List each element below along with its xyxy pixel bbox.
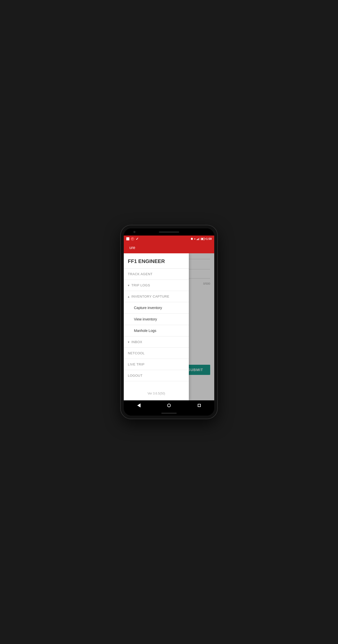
menu-item-label-inventory-capture: INVENTORY CAPTURE bbox=[131, 295, 169, 298]
signal-icon bbox=[197, 238, 199, 240]
menu-item-inbox[interactable]: ▾ INBOX bbox=[124, 336, 189, 348]
menu-item-live-trip[interactable]: LIVE TRIP bbox=[124, 359, 189, 370]
nav-bar bbox=[124, 400, 214, 411]
nav-drawer: FF1 ENGINEER TRACK AGENT ▾ TRIP LOGS bbox=[124, 253, 189, 400]
menu-item-label-live-trip: LIVE TRIP bbox=[128, 362, 145, 366]
status-right-icons: ▾ 1:59 bbox=[191, 237, 212, 240]
app-header: ure bbox=[124, 242, 214, 253]
menu-item-capture-inventory[interactable]: Capture inventory bbox=[124, 302, 189, 314]
status-left-icons: ✓ bbox=[126, 237, 139, 241]
status-icon-2 bbox=[131, 237, 134, 241]
recents-button[interactable] bbox=[198, 404, 201, 407]
menu-item-label-trip-logs: TRIP LOGS bbox=[131, 283, 150, 287]
wifi-icon: ▾ bbox=[194, 238, 195, 240]
status-icon-1 bbox=[126, 237, 129, 240]
app-header-title: ure bbox=[129, 245, 135, 250]
app-content: 18, Gurugram, Ha... cter 0/500 SUBMIT FF… bbox=[124, 253, 214, 400]
drawer-menu: TRACK AGENT ▾ TRIP LOGS ▴ INVENTORY CAPT… bbox=[124, 269, 189, 387]
location-icon bbox=[191, 238, 193, 240]
menu-item-label-logout: LOGOUT bbox=[128, 374, 143, 377]
drawer-version: Ver 3.6.5(50) bbox=[124, 387, 189, 400]
chevron-inbox: ▾ bbox=[128, 340, 129, 344]
menu-item-trip-logs[interactable]: ▾ TRIP LOGS bbox=[124, 280, 189, 291]
chevron-inventory-capture: ▴ bbox=[128, 295, 129, 298]
camera-dot bbox=[133, 231, 135, 233]
home-button[interactable] bbox=[167, 404, 171, 407]
chevron-trip-logs: ▾ bbox=[128, 284, 129, 287]
menu-item-label-inbox: INBOX bbox=[131, 340, 142, 344]
back-button[interactable] bbox=[137, 403, 141, 407]
phone-frame: ✓ ▾ 1:59 ure bbox=[121, 225, 217, 419]
phone-bottom-bar bbox=[124, 411, 214, 416]
menu-item-label-manhole-logs: Manhole Logs bbox=[128, 329, 156, 333]
phone-screen: ✓ ▾ 1:59 ure bbox=[124, 228, 214, 416]
drawer-user-name: FF1 ENGINEER bbox=[128, 258, 185, 264]
menu-item-label-netcool: NETCOOL bbox=[128, 351, 145, 355]
menu-item-netcool[interactable]: NETCOOL bbox=[124, 348, 189, 359]
drawer-header: FF1 ENGINEER bbox=[124, 253, 189, 269]
status-icon-check: ✓ bbox=[136, 237, 139, 241]
menu-item-manhole-logs[interactable]: Manhole Logs bbox=[124, 325, 189, 336]
menu-item-track-agent[interactable]: TRACK AGENT bbox=[124, 269, 189, 280]
status-time: 1:59 bbox=[206, 237, 212, 240]
menu-item-label-track-agent: TRACK AGENT bbox=[128, 272, 152, 276]
menu-item-label-capture-inventory: Capture inventory bbox=[128, 306, 162, 310]
battery-icon bbox=[201, 238, 205, 240]
menu-item-label-view-inventory: View inventory bbox=[128, 317, 157, 321]
bottom-handle bbox=[161, 413, 177, 414]
menu-item-inventory-capture[interactable]: ▴ INVENTORY CAPTURE bbox=[124, 291, 189, 302]
status-bar: ✓ ▾ 1:59 bbox=[124, 236, 214, 242]
speaker-bar bbox=[159, 231, 179, 233]
drawer-overlay[interactable]: FF1 ENGINEER TRACK AGENT ▾ TRIP LOGS bbox=[124, 253, 214, 400]
menu-item-view-inventory[interactable]: View inventory bbox=[124, 314, 189, 325]
menu-item-logout[interactable]: LOGOUT bbox=[124, 370, 189, 381]
phone-top-bar bbox=[124, 228, 214, 236]
